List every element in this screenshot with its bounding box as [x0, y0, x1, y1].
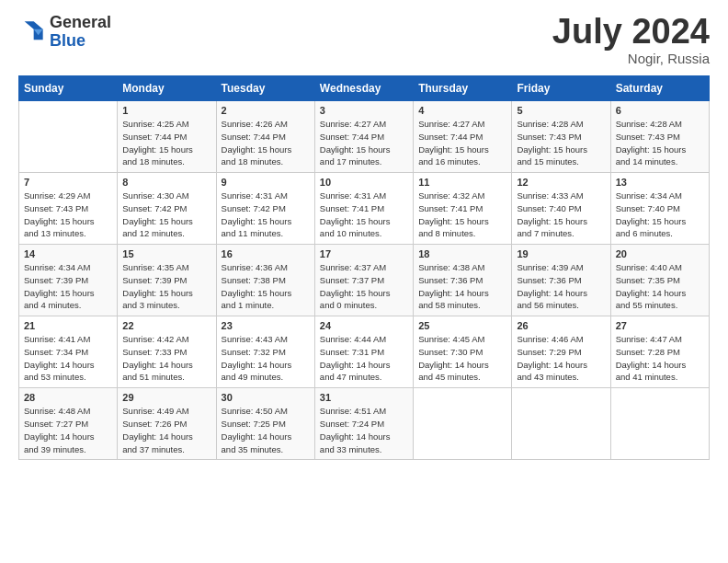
day-number: 10	[320, 177, 408, 188]
day-info: Sunrise: 4:48 AM Sunset: 7:27 PM Dayligh…	[24, 405, 112, 455]
day-info: Sunrise: 4:34 AM Sunset: 7:40 PM Dayligh…	[616, 190, 704, 240]
calendar-cell: 8Sunrise: 4:30 AM Sunset: 7:42 PM Daylig…	[118, 173, 216, 245]
day-number: 11	[418, 177, 506, 188]
logo: General Blue	[18, 14, 111, 51]
day-info: Sunrise: 4:36 AM Sunset: 7:38 PM Dayligh…	[222, 261, 310, 312]
header-thursday: Thursday	[414, 76, 512, 101]
day-info: Sunrise: 4:25 AM Sunset: 7:44 PM Dayligh…	[122, 118, 210, 168]
calendar-cell: 29Sunrise: 4:49 AM Sunset: 7:26 PM Dayli…	[118, 388, 216, 460]
day-info: Sunrise: 4:43 AM Sunset: 7:32 PM Dayligh…	[222, 333, 310, 384]
calendar-cell: 19Sunrise: 4:39 AM Sunset: 7:36 PM Dayli…	[512, 245, 610, 316]
day-number: 6	[616, 105, 704, 116]
logo-general-text: General	[50, 14, 111, 32]
day-info: Sunrise: 4:51 AM Sunset: 7:24 PM Dayligh…	[320, 405, 408, 455]
calendar-cell: 25Sunrise: 4:45 AM Sunset: 7:30 PM Dayli…	[414, 316, 512, 388]
day-info: Sunrise: 4:47 AM Sunset: 7:28 PM Dayligh…	[616, 333, 704, 384]
day-number: 31	[320, 392, 408, 403]
calendar-cell: 17Sunrise: 4:37 AM Sunset: 7:37 PM Dayli…	[314, 245, 413, 316]
day-info: Sunrise: 4:35 AM Sunset: 7:39 PM Dayligh…	[122, 261, 210, 312]
day-info: Sunrise: 4:28 AM Sunset: 7:43 PM Dayligh…	[517, 118, 605, 168]
calendar-cell	[414, 388, 512, 460]
day-number: 12	[517, 177, 605, 188]
calendar-week-row-2: 7Sunrise: 4:29 AM Sunset: 7:43 PM Daylig…	[19, 173, 710, 245]
day-info: Sunrise: 4:27 AM Sunset: 7:44 PM Dayligh…	[418, 118, 506, 168]
day-info: Sunrise: 4:26 AM Sunset: 7:44 PM Dayligh…	[222, 118, 310, 168]
day-number: 4	[418, 105, 506, 116]
calendar-week-row-5: 28Sunrise: 4:48 AM Sunset: 7:27 PM Dayli…	[19, 388, 710, 460]
day-info: Sunrise: 4:33 AM Sunset: 7:40 PM Dayligh…	[517, 190, 605, 240]
day-number: 21	[24, 320, 112, 331]
calendar-cell: 13Sunrise: 4:34 AM Sunset: 7:40 PM Dayli…	[610, 173, 709, 245]
calendar-cell: 28Sunrise: 4:48 AM Sunset: 7:27 PM Dayli…	[19, 388, 118, 460]
calendar-cell: 18Sunrise: 4:38 AM Sunset: 7:36 PM Dayli…	[414, 245, 512, 316]
calendar-week-row-4: 21Sunrise: 4:41 AM Sunset: 7:34 PM Dayli…	[19, 316, 710, 388]
day-info: Sunrise: 4:40 AM Sunset: 7:35 PM Dayligh…	[616, 261, 704, 312]
calendar-week-row-1: 1Sunrise: 4:25 AM Sunset: 7:44 PM Daylig…	[19, 101, 710, 173]
day-info: Sunrise: 4:32 AM Sunset: 7:41 PM Dayligh…	[418, 190, 506, 240]
calendar-cell: 14Sunrise: 4:34 AM Sunset: 7:39 PM Dayli…	[19, 245, 118, 316]
day-number: 26	[517, 320, 605, 331]
calendar-cell	[19, 101, 118, 173]
calendar-cell: 12Sunrise: 4:33 AM Sunset: 7:40 PM Dayli…	[512, 173, 610, 245]
day-number: 20	[616, 248, 704, 259]
day-info: Sunrise: 4:38 AM Sunset: 7:36 PM Dayligh…	[418, 261, 506, 312]
calendar-cell: 22Sunrise: 4:42 AM Sunset: 7:33 PM Dayli…	[118, 316, 216, 388]
header-saturday: Saturday	[610, 76, 709, 101]
day-number: 17	[320, 248, 408, 259]
day-number: 23	[222, 320, 310, 331]
calendar-cell: 21Sunrise: 4:41 AM Sunset: 7:34 PM Dayli…	[19, 316, 118, 388]
calendar-table: Sunday Monday Tuesday Wednesday Thursday…	[18, 75, 710, 460]
calendar-cell: 10Sunrise: 4:31 AM Sunset: 7:41 PM Dayli…	[314, 173, 413, 245]
calendar-cell: 9Sunrise: 4:31 AM Sunset: 7:42 PM Daylig…	[216, 173, 314, 245]
day-info: Sunrise: 4:44 AM Sunset: 7:31 PM Dayligh…	[320, 333, 408, 384]
day-number: 25	[418, 320, 506, 331]
calendar-cell: 2Sunrise: 4:26 AM Sunset: 7:44 PM Daylig…	[216, 101, 314, 173]
page-container: General Blue July 2024 Nogir, Russia Sun…	[0, 0, 728, 469]
day-info: Sunrise: 4:27 AM Sunset: 7:44 PM Dayligh…	[320, 118, 408, 168]
day-info: Sunrise: 4:34 AM Sunset: 7:39 PM Dayligh…	[24, 261, 112, 312]
header-friday: Friday	[512, 76, 610, 101]
day-number: 22	[122, 320, 210, 331]
day-info: Sunrise: 4:30 AM Sunset: 7:42 PM Dayligh…	[122, 190, 210, 240]
calendar-cell: 15Sunrise: 4:35 AM Sunset: 7:39 PM Dayli…	[118, 245, 216, 316]
day-number: 14	[24, 248, 112, 259]
day-info: Sunrise: 4:31 AM Sunset: 7:41 PM Dayligh…	[320, 190, 408, 240]
month-title: July 2024	[552, 14, 710, 49]
calendar-cell: 11Sunrise: 4:32 AM Sunset: 7:41 PM Dayli…	[414, 173, 512, 245]
header-sunday: Sunday	[19, 76, 118, 101]
location: Nogir, Russia	[552, 51, 710, 66]
day-number: 13	[616, 177, 704, 188]
calendar-cell	[610, 388, 709, 460]
day-number: 27	[616, 320, 704, 331]
day-number: 15	[122, 248, 210, 259]
day-number: 1	[122, 105, 210, 116]
calendar-cell: 16Sunrise: 4:36 AM Sunset: 7:38 PM Dayli…	[216, 245, 314, 316]
day-number: 30	[222, 392, 310, 403]
header-tuesday: Tuesday	[216, 76, 314, 101]
day-number: 29	[122, 392, 210, 403]
calendar-cell: 24Sunrise: 4:44 AM Sunset: 7:31 PM Dayli…	[314, 316, 413, 388]
calendar-cell: 3Sunrise: 4:27 AM Sunset: 7:44 PM Daylig…	[314, 101, 413, 173]
header-wednesday: Wednesday	[314, 76, 413, 101]
calendar-cell: 20Sunrise: 4:40 AM Sunset: 7:35 PM Dayli…	[610, 245, 709, 316]
day-number: 28	[24, 392, 112, 403]
calendar-cell: 7Sunrise: 4:29 AM Sunset: 7:43 PM Daylig…	[19, 173, 118, 245]
header-monday: Monday	[118, 76, 216, 101]
day-info: Sunrise: 4:49 AM Sunset: 7:26 PM Dayligh…	[122, 405, 210, 455]
day-info: Sunrise: 4:29 AM Sunset: 7:43 PM Dayligh…	[24, 190, 112, 240]
day-info: Sunrise: 4:28 AM Sunset: 7:43 PM Dayligh…	[616, 118, 704, 168]
day-number: 2	[222, 105, 310, 116]
day-number: 5	[517, 105, 605, 116]
day-number: 16	[222, 248, 310, 259]
logo-blue-text: Blue	[50, 32, 111, 51]
calendar-cell: 4Sunrise: 4:27 AM Sunset: 7:44 PM Daylig…	[414, 101, 512, 173]
header: General Blue July 2024 Nogir, Russia	[18, 14, 710, 66]
calendar-week-row-3: 14Sunrise: 4:34 AM Sunset: 7:39 PM Dayli…	[19, 245, 710, 316]
day-number: 7	[24, 177, 112, 188]
day-info: Sunrise: 4:46 AM Sunset: 7:29 PM Dayligh…	[517, 333, 605, 384]
day-number: 18	[418, 248, 506, 259]
calendar-cell: 1Sunrise: 4:25 AM Sunset: 7:44 PM Daylig…	[118, 101, 216, 173]
calendar-cell: 5Sunrise: 4:28 AM Sunset: 7:43 PM Daylig…	[512, 101, 610, 173]
day-info: Sunrise: 4:42 AM Sunset: 7:33 PM Dayligh…	[122, 333, 210, 384]
calendar-cell	[512, 388, 610, 460]
